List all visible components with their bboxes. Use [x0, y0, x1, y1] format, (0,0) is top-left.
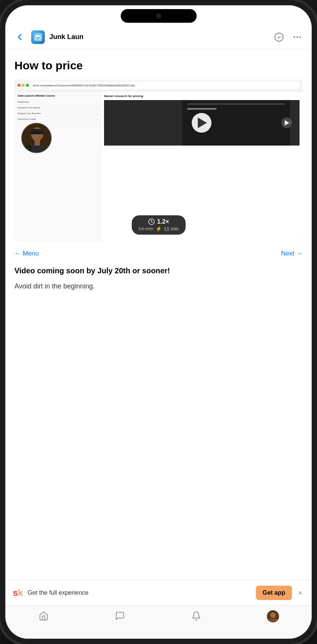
- nav-links-row: ← Menu Next →: [14, 250, 303, 257]
- app-icon-inner: [31, 30, 45, 44]
- sk-logo: sk: [13, 588, 23, 598]
- nav-title: Junk Laun: [49, 33, 268, 41]
- nav-bar: Junk Laun: [5, 26, 312, 49]
- sk-k: k: [18, 588, 23, 598]
- speed-icon: [148, 218, 155, 225]
- sidebar-course-title: Junk Launch Ultimate Course: [17, 94, 98, 97]
- browser-video-player[interactable]: [104, 100, 300, 146]
- coming-soon-text: Video coming soon by July 20th or sooner…: [14, 266, 303, 275]
- camera-dot: [156, 14, 161, 18]
- sidebar-item: Introduction›: [17, 99, 98, 105]
- video-container[interactable]: skool.com/junklaunch/classroom/fb65684b?…: [14, 80, 303, 241]
- svg-point-9: [299, 36, 301, 38]
- fast-time: 11 min: [164, 226, 179, 232]
- speed-label: 1.2×: [157, 218, 169, 225]
- chat-icon: [114, 610, 126, 622]
- svg-rect-13: [30, 132, 44, 134]
- tab-notifications[interactable]: [191, 610, 202, 622]
- svg-rect-25: [268, 619, 278, 622]
- sidebar-item: Insurance & Legal›: [17, 116, 98, 122]
- play-button[interactable]: [192, 113, 211, 133]
- browser-url-bar: skool.com/junklaunch/classroom/fb65684b?…: [30, 82, 300, 89]
- sidebar-item: Research Your Market›: [17, 105, 98, 111]
- original-time: 14 min: [138, 226, 153, 232]
- svg-rect-15: [35, 140, 40, 146]
- dynamic-island: [121, 9, 197, 23]
- page-title: How to price: [14, 59, 303, 72]
- lightning-icon: ⚡: [156, 226, 162, 232]
- play-triangle-icon: [198, 118, 207, 128]
- tab-chat[interactable]: [114, 610, 126, 622]
- close-banner-button[interactable]: ×: [296, 587, 304, 599]
- svg-point-3: [38, 37, 39, 38]
- speed-top-row: 1.2×: [138, 218, 178, 225]
- svg-rect-21: [187, 108, 216, 110]
- banner-text: Get the full experience: [28, 589, 251, 596]
- description-text: Avoid dirt in the beginning.: [14, 281, 303, 291]
- dot-green: [26, 84, 29, 87]
- app-icon: [31, 30, 45, 44]
- svg-point-8: [296, 36, 298, 38]
- tab-profile[interactable]: [267, 610, 279, 622]
- menu-link[interactable]: ← Menu: [14, 250, 39, 257]
- main-content: How to price skool.com/junklaunch/classr…: [5, 49, 312, 580]
- svg-rect-5: [38, 34, 38, 36]
- svg-rect-4: [36, 38, 39, 39]
- phone-frame: Junk Laun How to price: [0, 0, 317, 644]
- profile-avatar: [267, 610, 279, 622]
- person-avatar: [21, 123, 52, 153]
- content-section: Video coming soon by July 20th or sooner…: [14, 266, 303, 307]
- browser-video-title: Market research for pricing: [104, 94, 143, 98]
- svg-point-24: [270, 613, 276, 618]
- svg-point-2: [36, 37, 38, 38]
- next-link[interactable]: Next →: [281, 250, 303, 257]
- speed-badge: 1.2× 14 min ⚡ 11 min: [131, 215, 185, 235]
- bell-icon: [191, 610, 202, 622]
- svg-point-7: [293, 36, 295, 38]
- sk-s: s: [13, 588, 18, 598]
- browser-chrome: skool.com/junklaunch/classroom/fb65684b?…: [14, 80, 303, 91]
- home-icon: [38, 610, 49, 622]
- speed-bottom-row: 14 min ⚡ 11 min: [138, 226, 178, 232]
- mini-play-button[interactable]: [281, 118, 292, 128]
- phone-screen: Junk Laun How to price: [5, 5, 312, 639]
- tab-home[interactable]: [38, 610, 49, 622]
- bottom-banner: sk Get the full experience Get app ×: [5, 580, 312, 605]
- browser-sidebar: Junk Launch Ultimate Course Introduction…: [14, 91, 101, 241]
- dot-red: [17, 84, 21, 87]
- get-app-button[interactable]: Get app: [256, 586, 292, 600]
- status-bar: [5, 5, 312, 26]
- person-silhouette: [22, 124, 51, 152]
- more-button[interactable]: [290, 30, 304, 44]
- svg-rect-17: [26, 146, 30, 153]
- sidebar-item: Register Your Business›: [17, 111, 98, 116]
- profile-avatar-inner: [267, 610, 279, 622]
- dot-yellow: [22, 84, 25, 87]
- back-button[interactable]: [13, 30, 27, 44]
- browser-dots: [17, 84, 29, 87]
- svg-rect-20: [187, 103, 285, 105]
- browser-main: Market research for pricing: [101, 91, 303, 241]
- tab-bar: [5, 605, 312, 639]
- check-button[interactable]: [272, 30, 286, 44]
